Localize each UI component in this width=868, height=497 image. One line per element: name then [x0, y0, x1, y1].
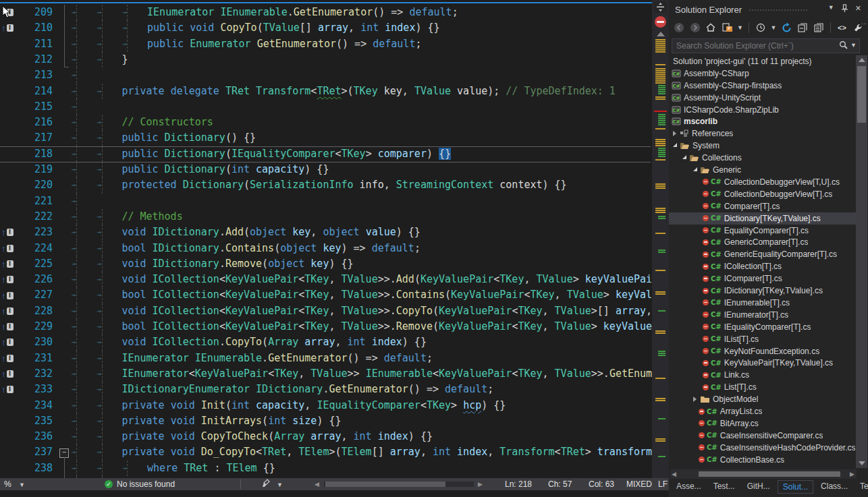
tool-window-tab-gith[interactable]: GitH...: [742, 480, 775, 494]
tree-item-ienumerator-t-cs[interactable]: C#IEnumerator[T].cs: [669, 309, 856, 321]
implements-interface-glyph[interactable]: ↑I: [1, 241, 15, 256]
code-line-235[interactable]: 235→→private void InitArrays(int size) {…: [0, 413, 652, 429]
status-line-ending[interactable]: LF: [658, 478, 668, 490]
code-line-210[interactable]: 210→→→public void CopyTo(TValue[] array,…: [0, 20, 652, 36]
pending-changes-filter-icon[interactable]: [755, 22, 767, 34]
tree-item-iequalitycomparer-t-cs[interactable]: C#IEqualityComparer[T].cs: [669, 321, 856, 333]
fold-collapse-button[interactable]: −: [59, 448, 69, 458]
tree-item-arraylist-cs[interactable]: C#ArrayList.cs: [669, 405, 856, 417]
tree-item-ienumerable-t-cs[interactable]: C#IEnumerable[T].cs: [669, 297, 856, 309]
tree-item-caseinsensitivecomparer-cs[interactable]: C#CaseInsensitiveComparer.cs: [669, 430, 856, 442]
h-scroll-left-arrow[interactable]: ◀: [315, 478, 319, 490]
issues-status-text[interactable]: No issues found: [117, 478, 175, 490]
tool-window-tab-class[interactable]: Class...: [816, 480, 852, 494]
search-dropdown-icon[interactable]: ▼: [850, 42, 857, 49]
tree-item-link-cs[interactable]: C#Link.cs: [669, 369, 856, 381]
document-health-error-badge[interactable]: [655, 16, 666, 28]
tree-scroll-up-arrow[interactable]: [859, 58, 865, 62]
filter-dropdown-icon[interactable]: ▼: [771, 24, 777, 31]
view-code-icon[interactable]: <>: [836, 22, 848, 34]
tree-item-ilist-t-cs[interactable]: C#IList[T].cs: [669, 333, 856, 345]
collapse-all-icon[interactable]: [796, 22, 809, 34]
code-line-221[interactable]: 221→: [0, 194, 652, 209]
code-editor[interactable]: 209→→→IEnumerator IEnumerable.GetEnumera…: [0, 0, 669, 497]
code-cleanup-dropdown-icon[interactable]: ▼: [277, 479, 283, 491]
code-line-238[interactable]: 238→→→where TRet : TElem {}: [0, 461, 652, 476]
refresh-icon[interactable]: [780, 22, 792, 34]
sync-active-document-icon[interactable]: [721, 22, 733, 34]
tree-item-icsharpcode-sharpziplib[interactable]: C#ICSharpCode.SharpZipLib: [669, 104, 856, 116]
tree-item-collectiondebuggerview-t-u-cs[interactable]: C#CollectionDebuggerView[T,U].cs: [669, 176, 856, 188]
tree-item-keyvaluepair-tkey-tvalue-cs[interactable]: C#KeyValuePair[TKey,TValue].cs: [669, 357, 856, 370]
implements-interface-glyph[interactable]: ↑I: [1, 20, 15, 36]
implements-interface-glyph[interactable]: ↑I: [1, 334, 15, 350]
implements-interface-glyph[interactable]: ↑I: [1, 382, 15, 397]
tree-hscroll-thumb[interactable]: [699, 471, 840, 477]
expanded-arrow-icon[interactable]: [673, 143, 677, 147]
implements-interface-glyph[interactable]: ↑I: [1, 366, 15, 382]
code-line-218[interactable]: 218→→public Dictionary(IEqualityComparer…: [0, 146, 652, 162]
tree-item-generic[interactable]: Generic: [669, 164, 856, 176]
code-line-212[interactable]: 212→→}: [0, 52, 652, 67]
tree-item-list-t-cs[interactable]: C#List[T].cs: [669, 381, 856, 393]
code-line-215[interactable]: 215→: [0, 99, 652, 115]
tree-item-assembly-csharp-firstpass[interactable]: C#Assembly-CSharp-firstpass: [669, 80, 856, 92]
code-line-219[interactable]: 219→→public Dictionary(int capacity) {}: [0, 162, 652, 177]
tree-item-collectionbase-cs[interactable]: C#CollectionBase.cs: [669, 454, 856, 466]
code-cleanup-broom-icon[interactable]: [262, 479, 271, 488]
code-line-209[interactable]: 209→→→IEnumerator IEnumerable.GetEnumera…: [0, 5, 652, 20]
tree-item-bitarray-cs[interactable]: C#BitArray.cs: [669, 417, 856, 430]
code-line-217[interactable]: 217→→public Dictionary() {}: [0, 130, 652, 146]
code-line-228[interactable]: 228→→void ICollection<KeyValuePair<TKey,…: [0, 303, 652, 319]
tree-scroll-down-arrow[interactable]: [859, 461, 865, 465]
implements-interface-glyph[interactable]: ↑I: [1, 256, 15, 272]
tree-item-caseinsensitivehashcodeprovider-cs[interactable]: C#CaseInsensitiveHashCodeProvider.cs: [669, 442, 856, 454]
tool-window-tab-test[interactable]: Test...: [709, 480, 740, 494]
split-window-handle[interactable]: [654, 1, 667, 13]
implements-interface-glyph[interactable]: ↑I: [1, 287, 15, 303]
tree-item-idictionary-tkey-tvalue-cs[interactable]: C#IDictionary[TKey,TValue].cs: [669, 285, 856, 297]
expanded-arrow-icon[interactable]: [693, 167, 697, 171]
code-line-213[interactable]: 213→: [0, 67, 652, 83]
implements-interface-glyph[interactable]: ↑I: [1, 225, 15, 240]
tool-window-tab-tea[interactable]: Tea...: [855, 480, 868, 494]
forward-icon[interactable]: [689, 22, 701, 34]
tree-item-genericcomparer-t-cs[interactable]: C#GenericComparer[T].cs: [669, 237, 856, 249]
h-scroll-right-arrow[interactable]: ▶: [478, 478, 483, 490]
tree-item-assembly-csharp[interactable]: C#Assembly-CSharp: [669, 67, 856, 80]
tree-scroll-right-arrow[interactable]: ▶: [850, 471, 855, 477]
implements-interface-glyph[interactable]: ↑I: [1, 319, 15, 334]
code-line-229[interactable]: 229→→bool ICollection<KeyValuePair<TKey,…: [0, 319, 652, 334]
status-column[interactable]: Col: 63: [589, 478, 614, 490]
code-line-231[interactable]: 231→→IEnumerator IEnumerable.GetEnumerat…: [0, 351, 652, 366]
home-icon[interactable]: [705, 22, 717, 34]
editor-horizontal-scrollbar[interactable]: [324, 481, 474, 487]
code-line-226[interactable]: 226→→void ICollection<KeyValuePair<TKey,…: [0, 272, 652, 287]
tool-window-tab-asse[interactable]: Asse...: [672, 480, 706, 494]
search-icon[interactable]: [839, 40, 848, 49]
scroll-up-arrow[interactable]: [657, 32, 665, 36]
implements-interface-glyph[interactable]: ↑I: [1, 272, 15, 287]
show-all-files-icon[interactable]: [813, 22, 825, 34]
tree-scroll-left-arrow[interactable]: ◀: [672, 471, 676, 477]
code-line-225[interactable]: 225→→void IDictionary.Remove(object key)…: [0, 256, 652, 272]
tree-item-genericequalitycomparer-t-cs[interactable]: C#GenericEqualityComparer[T].cs: [669, 248, 856, 260]
zoom-dropdown-icon[interactable]: ▼: [19, 479, 25, 491]
tree-item-equalitycomparer-t-cs[interactable]: C#EqualityComparer[T].cs: [669, 225, 856, 237]
code-line-232[interactable]: 232→→IEnumerator<KeyValuePair<TKey, TVal…: [0, 366, 652, 382]
panel-drag-grip[interactable]: [749, 9, 808, 12]
status-line-number[interactable]: Ln: 218: [505, 478, 532, 490]
tree-item-objectmodel[interactable]: ObjectModel: [669, 393, 856, 405]
search-box[interactable]: ▼: [672, 38, 860, 53]
tree-item-dictionary-tkey-tvalue-cs[interactable]: C#Dictionary[TKey,TValue].cs: [669, 212, 856, 225]
code-line-230[interactable]: 230→→void ICollection.CopyTo(Array array…: [0, 334, 652, 350]
code-line-211[interactable]: 211→→→public Enumerator GetEnumerator() …: [0, 36, 652, 52]
code-line-236[interactable]: 236→→private void CopyToCheck(Array arra…: [0, 429, 652, 444]
implements-interface-glyph[interactable]: ↑I: [1, 351, 15, 366]
code-line-222[interactable]: 222→→// Methods: [0, 209, 652, 225]
close-icon[interactable]: ✕: [855, 4, 861, 13]
tree-item-keynotfoundexception-cs[interactable]: C#KeyNotFoundException.cs: [669, 345, 856, 357]
code-line-224[interactable]: 224→→bool IDictionary.Contains(object ke…: [0, 241, 652, 256]
editor-vertical-scrollbar[interactable]: [652, 0, 669, 497]
code-line-220[interactable]: 220→→protected Dictionary(SerializationI…: [0, 177, 652, 193]
